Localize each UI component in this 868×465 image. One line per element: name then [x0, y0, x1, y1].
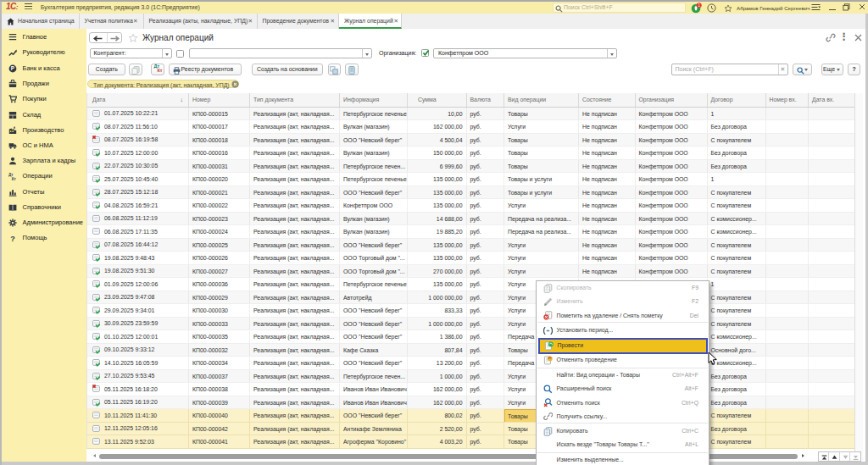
svg-text:Кт: Кт — [12, 177, 17, 180]
svg-text:P: P — [11, 65, 15, 71]
svg-text:?: ? — [10, 235, 15, 242]
